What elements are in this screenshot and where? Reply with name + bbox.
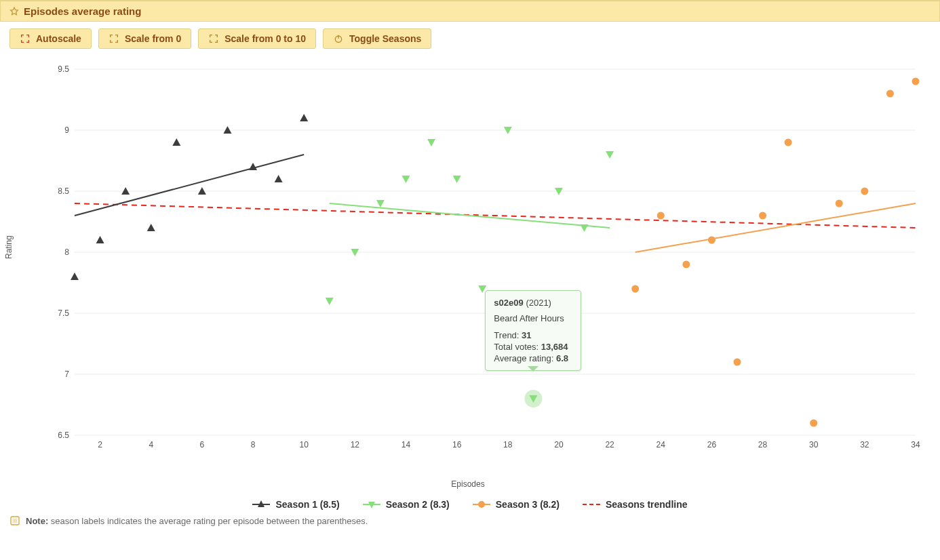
svg-text:8: 8 bbox=[251, 440, 256, 449]
svg-text:8.5: 8.5 bbox=[58, 186, 69, 196]
svg-point-44 bbox=[810, 420, 817, 427]
power-icon bbox=[333, 33, 344, 44]
svg-text:26: 26 bbox=[707, 440, 717, 449]
dashed-line-icon bbox=[583, 500, 600, 509]
svg-point-45 bbox=[836, 200, 843, 207]
svg-text:8: 8 bbox=[64, 247, 69, 257]
chart-toolbar: Autoscale Scale from 0 Scale from 0 to 1… bbox=[0, 22, 940, 56]
plot-svg[interactable]: 6.577.588.599.52468101214161820222426283… bbox=[47, 62, 922, 462]
svg-text:14: 14 bbox=[402, 440, 411, 449]
svg-text:2: 2 bbox=[98, 440, 102, 449]
scale-from-0-button[interactable]: Scale from 0 bbox=[98, 28, 191, 49]
legend-season-2[interactable]: Season 2 (8.3) bbox=[363, 499, 450, 510]
svg-point-42 bbox=[759, 212, 766, 220]
x-axis-title: Episodes bbox=[451, 479, 484, 489]
legend-trendline[interactable]: Seasons trendline bbox=[583, 499, 688, 510]
expand-icon bbox=[208, 33, 219, 44]
tooltip: s02e09 (2021) Beard After Hours Trend: 3… bbox=[485, 290, 581, 371]
svg-point-52 bbox=[478, 501, 485, 508]
svg-text:30: 30 bbox=[809, 440, 819, 449]
triangle-up-icon bbox=[252, 500, 270, 509]
svg-text:4: 4 bbox=[149, 440, 153, 449]
svg-text:24: 24 bbox=[657, 440, 666, 449]
svg-rect-55 bbox=[13, 519, 18, 523]
svg-text:9: 9 bbox=[64, 125, 69, 135]
autoscale-label: Autoscale bbox=[36, 33, 81, 44]
legend: Season 1 (8.5) Season 2 (8.3) Season 3 (… bbox=[0, 499, 940, 510]
note-icon bbox=[9, 515, 20, 526]
svg-text:7.5: 7.5 bbox=[58, 308, 69, 318]
scale-from-0-label: Scale from 0 bbox=[125, 33, 181, 44]
tooltip-title: Beard After Hours bbox=[494, 313, 572, 323]
svg-line-32 bbox=[75, 203, 916, 228]
note: Note: season labels indicates the averag… bbox=[0, 510, 940, 532]
scale-0-10-button[interactable]: Scale from 0 to 10 bbox=[198, 28, 316, 49]
circle-icon bbox=[473, 500, 490, 509]
svg-point-38 bbox=[657, 212, 665, 220]
autoscale-icon bbox=[20, 33, 31, 44]
svg-text:12: 12 bbox=[351, 440, 360, 449]
svg-text:34: 34 bbox=[911, 440, 920, 449]
tooltip-code: s02e09 bbox=[494, 298, 523, 308]
svg-text:22: 22 bbox=[605, 440, 614, 449]
toggle-seasons-label: Toggle Seasons bbox=[349, 33, 421, 44]
chart[interactable]: Rating Episodes 6.577.588.599.5246810121… bbox=[0, 56, 936, 496]
svg-text:32: 32 bbox=[860, 440, 869, 449]
svg-line-36 bbox=[635, 203, 916, 252]
panel-header: Episodes average rating bbox=[0, 0, 940, 22]
svg-point-48 bbox=[912, 78, 920, 85]
legend-season-3[interactable]: Season 3 (8.2) bbox=[473, 499, 560, 510]
toggle-seasons-button[interactable]: Toggle Seasons bbox=[323, 28, 431, 49]
svg-point-47 bbox=[886, 90, 894, 98]
svg-point-41 bbox=[733, 359, 741, 366]
legend-season-1[interactable]: Season 1 (8.5) bbox=[252, 499, 339, 510]
svg-text:28: 28 bbox=[758, 440, 768, 449]
svg-point-46 bbox=[861, 188, 868, 195]
svg-text:6: 6 bbox=[200, 440, 205, 449]
expand-icon bbox=[109, 33, 119, 44]
svg-point-37 bbox=[631, 285, 639, 293]
tooltip-year: (2021) bbox=[526, 298, 551, 308]
svg-point-40 bbox=[708, 237, 716, 244]
svg-point-39 bbox=[682, 261, 690, 268]
autoscale-button[interactable]: Autoscale bbox=[9, 28, 92, 49]
svg-text:7: 7 bbox=[64, 369, 69, 379]
panel-title: Episodes average rating bbox=[24, 5, 141, 17]
star-icon bbox=[9, 6, 20, 17]
svg-point-43 bbox=[785, 139, 792, 146]
svg-text:16: 16 bbox=[452, 440, 462, 449]
scale-0-10-label: Scale from 0 to 10 bbox=[224, 33, 306, 44]
svg-text:6.5: 6.5 bbox=[58, 431, 69, 440]
svg-text:20: 20 bbox=[554, 440, 564, 449]
svg-text:18: 18 bbox=[503, 440, 513, 449]
svg-text:9.5: 9.5 bbox=[58, 64, 69, 74]
svg-text:10: 10 bbox=[300, 440, 309, 449]
y-axis-title: Rating bbox=[4, 235, 14, 259]
svg-line-35 bbox=[330, 203, 610, 228]
triangle-down-icon bbox=[363, 500, 380, 509]
